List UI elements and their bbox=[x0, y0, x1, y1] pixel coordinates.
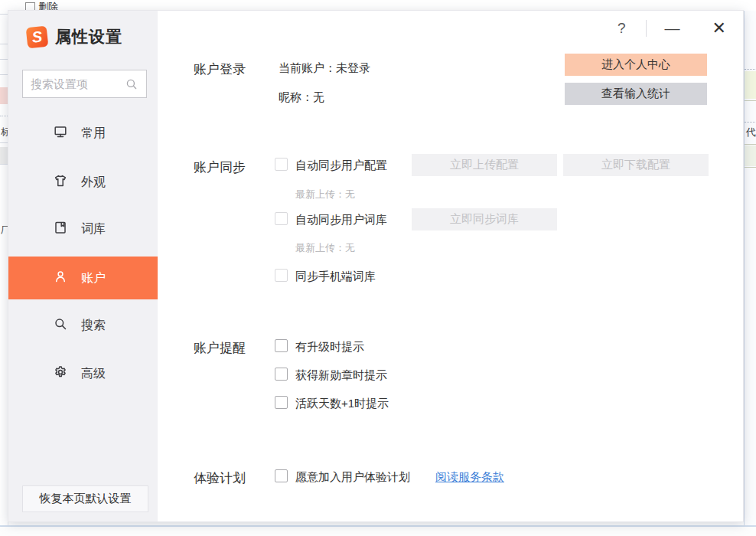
sidebar-item-label: 高级 bbox=[81, 366, 106, 382]
search-icon bbox=[53, 316, 68, 335]
sidebar-item-search[interactable]: 搜索 bbox=[8, 304, 158, 347]
sync-mobile-dict-checkbox[interactable] bbox=[275, 269, 288, 282]
background-cell bbox=[745, 71, 756, 99]
divider bbox=[0, 59, 8, 60]
sidebar-item-label: 词库 bbox=[81, 221, 106, 237]
section-label-experience: 体验计划 bbox=[194, 469, 246, 487]
auto-sync-config-label: 自动同步用户配置 bbox=[295, 159, 387, 173]
settings-search-box[interactable] bbox=[22, 70, 147, 98]
personal-center-button[interactable]: 进入个人中心 bbox=[565, 54, 707, 76]
input-stats-button[interactable]: 查看输入统计 bbox=[565, 83, 707, 105]
sidebar-item-label: 账户 bbox=[81, 270, 106, 286]
download-config-button[interactable]: 立即下载配置 bbox=[563, 154, 709, 176]
sidebar-item-advanced[interactable]: 高级 bbox=[8, 352, 158, 395]
titlebar-divider bbox=[646, 20, 647, 37]
dictionary-icon bbox=[53, 220, 68, 238]
close-icon[interactable]: ✕ bbox=[708, 21, 731, 36]
background-cell bbox=[0, 87, 8, 104]
join-experience-plan-checkbox[interactable] bbox=[275, 469, 288, 482]
sidebar-item-common[interactable]: 常用 bbox=[8, 112, 158, 155]
background-window-right-sliver: 代 bbox=[744, 11, 756, 525]
terms-of-service-link[interactable]: 阅读服务条款 bbox=[435, 470, 504, 485]
active-days-prompt-checkbox[interactable] bbox=[275, 396, 288, 409]
tshirt-icon bbox=[53, 173, 68, 191]
divider bbox=[745, 122, 756, 123]
help-icon[interactable]: ? bbox=[614, 20, 629, 37]
divider bbox=[745, 144, 756, 145]
settings-dialog: ? — ✕ S 属性设置 常用 bbox=[8, 10, 744, 522]
divider bbox=[0, 164, 8, 165]
last-upload-dict-text: 最新上传：无 bbox=[295, 241, 355, 255]
user-icon bbox=[53, 269, 68, 287]
section-label-login: 账户登录 bbox=[194, 60, 246, 78]
divider bbox=[0, 14, 8, 15]
divider bbox=[0, 116, 8, 116]
auto-sync-dict-checkbox[interactable] bbox=[275, 212, 288, 225]
new-badge-prompt-label: 获得新勋章时提示 bbox=[295, 368, 387, 383]
sidebar: S 属性设置 常用 外观 bbox=[8, 11, 158, 521]
background-window-bottom-edge bbox=[0, 525, 756, 527]
divider bbox=[745, 167, 756, 168]
sync-mobile-dict-label: 同步手机端词库 bbox=[295, 270, 376, 284]
background-text-fragment: 代 bbox=[746, 126, 756, 139]
sidebar-item-appearance[interactable]: 外观 bbox=[8, 161, 158, 204]
monitor-icon bbox=[53, 124, 68, 142]
upgrade-prompt-label: 有升级时提示 bbox=[295, 340, 364, 355]
app-brand: S 属性设置 bbox=[27, 26, 122, 47]
auto-sync-config-checkbox[interactable] bbox=[275, 158, 288, 171]
restore-defaults-button[interactable]: 恢复本页默认设置 bbox=[22, 485, 148, 512]
section-label-sync: 账户同步 bbox=[194, 159, 246, 176]
divider bbox=[0, 74, 8, 75]
divider bbox=[0, 44, 8, 44]
search-input[interactable] bbox=[23, 77, 125, 90]
active-days-prompt-label: 活跃天数+1时提示 bbox=[295, 397, 389, 411]
divider bbox=[745, 69, 756, 70]
nickname-text: 昵称：无 bbox=[279, 90, 324, 105]
minimize-icon[interactable]: — bbox=[660, 21, 685, 35]
auto-sync-dict-label: 自动同步用户词库 bbox=[295, 213, 387, 227]
section-label-reminder: 账户提醒 bbox=[194, 339, 246, 357]
sogou-logo-icon: S bbox=[26, 25, 49, 48]
divider bbox=[0, 142, 8, 143]
sidebar-item-label: 搜索 bbox=[81, 318, 106, 334]
sidebar-item-dictionary[interactable]: 词库 bbox=[8, 208, 158, 250]
titlebar-controls: ? — ✕ bbox=[614, 20, 731, 37]
search-icon bbox=[125, 77, 138, 91]
background-cell bbox=[0, 147, 8, 164]
background-window-top-strip: 删除 bbox=[0, 0, 756, 11]
gear-icon bbox=[53, 364, 68, 383]
last-upload-config-text: 最新上传：无 bbox=[295, 188, 355, 201]
background-cell bbox=[745, 145, 756, 166]
new-badge-prompt-checkbox[interactable] bbox=[275, 368, 288, 381]
sync-dict-now-button[interactable]: 立即同步词库 bbox=[412, 208, 557, 230]
sidebar-item-label: 外观 bbox=[81, 175, 106, 191]
join-experience-plan-label: 愿意加入用户体验计划 bbox=[295, 470, 410, 485]
dialog-title: 属性设置 bbox=[55, 26, 122, 47]
divider bbox=[745, 100, 756, 101]
sidebar-item-account[interactable]: 账户 bbox=[8, 257, 158, 299]
upload-config-button[interactable]: 立即上传配置 bbox=[412, 154, 557, 176]
upgrade-prompt-checkbox[interactable] bbox=[275, 339, 288, 352]
sidebar-item-label: 常用 bbox=[81, 126, 106, 142]
current-account-text: 当前账户：未登录 bbox=[279, 61, 370, 76]
